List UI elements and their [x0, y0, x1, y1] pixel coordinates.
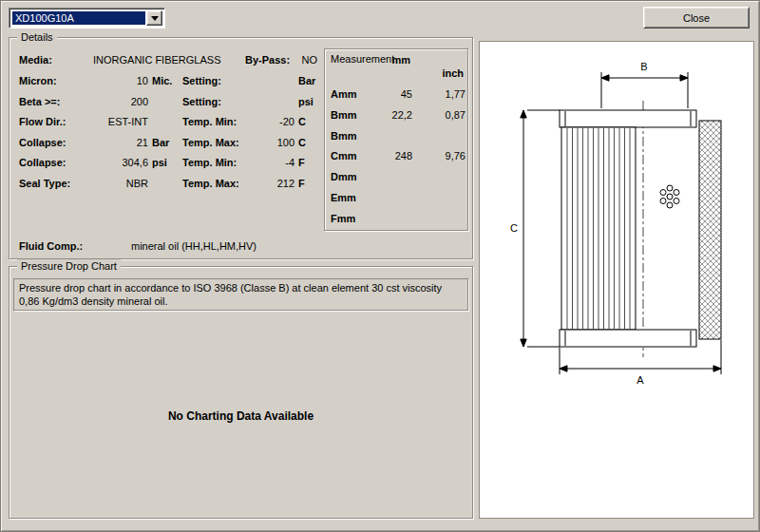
filter-media-section [699, 121, 721, 339]
measurement-row-label: Dmm [331, 170, 370, 191]
measurement-row-label: Amm [331, 87, 370, 108]
field-label: Setting: [182, 74, 253, 95]
field-value [253, 95, 294, 116]
field-unit [148, 115, 182, 136]
measurement-mm-value [370, 170, 412, 191]
measurement-row-label: Emm [331, 191, 370, 212]
part-number-combobox[interactable]: XD100G10A [9, 8, 165, 28]
field-label: Seal Type: [19, 177, 93, 198]
measurement-inch-value [412, 170, 466, 191]
dimension-b-label: B [640, 61, 647, 72]
measurement-inch-value: 9,76 [412, 149, 466, 170]
field-label: Flow Dir.: [19, 115, 93, 136]
field-label: Collapse: [19, 156, 93, 177]
field-unit [148, 177, 182, 198]
details-groupbox-title: Details [17, 30, 57, 44]
filter-drawing-panel: B C A [479, 41, 754, 519]
field-label: Temp. Min: [182, 115, 253, 136]
measurement-table: Amm 45 1,77 Bmm 22,2 0,87 Bmm Cmm 248 9,… [331, 87, 466, 233]
measurement-inch-value: 0,87 [412, 108, 466, 129]
filter-drawing: B C A [480, 42, 753, 518]
measurement-row-label: Fmm [331, 212, 370, 233]
field-unit: C [294, 136, 314, 157]
bottom-cap [560, 330, 696, 347]
perforation-holes [660, 185, 679, 208]
field-value: mineral oil (HH,HL,HM,HV) [131, 239, 256, 253]
field-label: Fluid Comp.: [19, 239, 131, 253]
field-value: NBR [93, 177, 148, 198]
measurement-mm-value [370, 129, 412, 150]
measurement-mm-value: 45 [370, 87, 412, 108]
field-value: 10 [93, 74, 148, 95]
field-value: EST-INT [93, 115, 148, 136]
combo-selected-value: XD100G10A [12, 11, 145, 25]
field-unit: Bar [148, 136, 182, 157]
details-grid: Micron: 10 Mic. Setting: Bar Beta >=: 20… [19, 74, 314, 197]
no-charting-data-message: No Charting Data Available [10, 409, 472, 423]
field-label: Temp. Max: [182, 177, 253, 198]
dimension-c [521, 110, 560, 347]
field-value: 100 [253, 136, 294, 157]
measurement-mm-value [370, 191, 412, 212]
field-unit [148, 95, 182, 116]
measurement-col-mm: mm [363, 54, 410, 66]
field-unit: F [294, 156, 314, 177]
field-label: Beta >=: [19, 95, 93, 116]
field-label: By-Pass: [245, 53, 291, 66]
field-value: -4 [253, 156, 294, 177]
field-label: Setting: [182, 95, 253, 116]
pressure-drop-chart-title: Pressure Drop Chart [17, 259, 121, 273]
field-unit: F [294, 177, 314, 198]
field-value: 212 [253, 177, 294, 198]
field-value: -20 [253, 115, 294, 136]
measurement-row-label: Bmm [331, 129, 370, 150]
app-window: XD100G10A Close Details Media: INORGANIC… [0, 0, 760, 532]
field-label: Temp. Min: [182, 156, 253, 177]
field-label: Micron: [19, 74, 93, 95]
field-unit: psi [148, 156, 182, 177]
field-label: Media: [19, 53, 93, 66]
measurement-mm-value: 248 [370, 149, 412, 170]
measurement-col-inch: inch [408, 67, 464, 79]
measurement-inch-value: 1,77 [412, 87, 466, 108]
pressure-drop-chart-groupbox: Pressure Drop Chart Pressure drop chart … [9, 266, 473, 519]
details-row-media: Media: INORGANIC FIBERGLASS By-Pass: NO [19, 53, 352, 66]
top-cap [560, 110, 696, 127]
measurement-mm-value: 22,2 [370, 108, 412, 129]
details-row-fluid: Fluid Comp.: mineral oil (HH,HL,HM,HV) [19, 239, 256, 253]
dimension-a-label: A [636, 374, 644, 386]
field-label: Collapse: [19, 136, 93, 157]
dimension-b [601, 72, 688, 108]
close-button[interactable]: Close [643, 7, 750, 28]
measurement-row-label: Bmm [331, 108, 370, 129]
measurement-mm-value [370, 212, 412, 233]
field-value: INORGANIC FIBERGLASS [93, 53, 245, 66]
field-unit: psi [294, 95, 314, 116]
field-value [253, 74, 294, 95]
field-unit: Mic. [148, 74, 182, 95]
measurement-row-label: Cmm [331, 149, 370, 170]
field-value: 304,6 [93, 156, 148, 177]
chart-description: Pressure drop chart in accordance to ISO… [13, 278, 468, 311]
measurement-inch-value [412, 191, 466, 212]
measurement-groupbox: Measurement mm inch Amm 45 1,77 Bmm 22,2… [324, 48, 468, 231]
measurement-inch-value [412, 129, 466, 150]
combo-dropdown-button[interactable] [146, 10, 162, 26]
field-unit: Bar [294, 74, 314, 95]
field-label: Temp. Max: [182, 136, 253, 157]
field-value: 21 [93, 136, 148, 157]
field-unit: C [294, 115, 314, 136]
dimension-c-label: C [510, 222, 518, 234]
measurement-inch-value [412, 212, 466, 233]
field-value: NO [291, 53, 317, 66]
chevron-down-icon [151, 16, 159, 21]
field-value: 200 [93, 95, 148, 116]
